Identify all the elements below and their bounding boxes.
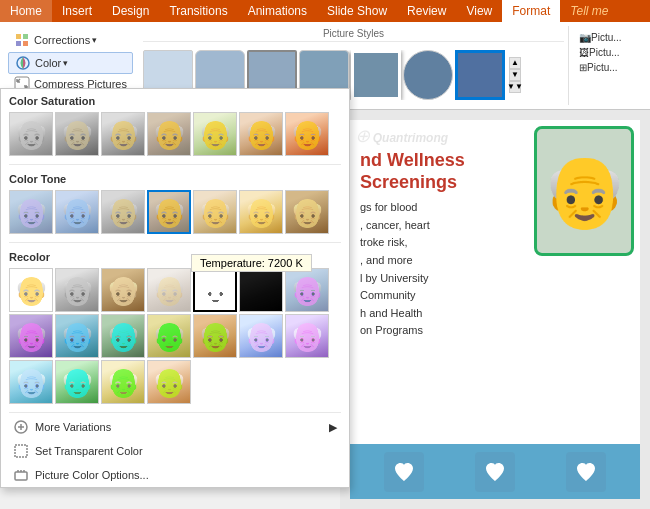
nav-insert[interactable]: Insert (52, 0, 102, 22)
recolor-grayscale[interactable]: 👴 (55, 268, 99, 312)
recolor-black[interactable] (239, 268, 283, 312)
ribbon-group-picture-right: 📷 Pictu... 🖼 Pictu... ⊞ Pictu... (568, 26, 648, 105)
transparent-color-item[interactable]: Set Transparent Color (1, 439, 349, 463)
svg-rect-2 (16, 41, 21, 46)
recolor-orange[interactable]: 👴 (193, 314, 237, 358)
sat-thumb-1[interactable]: 👴 (9, 112, 53, 156)
sat-thumb-4[interactable]: 👴 (147, 112, 191, 156)
sat-thumb-5[interactable]: 👴 (193, 112, 237, 156)
picture-layout-button[interactable]: ⊞ Pictu... (573, 60, 644, 75)
recolor-divider (9, 412, 341, 413)
svg-rect-1 (23, 34, 28, 39)
recolor-blue-light[interactable]: 👴 (239, 314, 283, 358)
sat-thumb-6[interactable]: 👴 (239, 112, 283, 156)
svg-rect-10 (15, 472, 27, 480)
slide-text-6: Community (360, 287, 520, 305)
recolor-teal[interactable]: 👴 (55, 314, 99, 358)
svg-rect-0 (16, 34, 21, 39)
tone-grid: 👴 👴 👴 👴 👴 👴 👴 (1, 188, 349, 240)
picture-border-icon: 📷 (579, 32, 591, 43)
recolor-black-white[interactable]: 👴 (193, 268, 237, 312)
picture-effects-button[interactable]: 🖼 Pictu... (573, 45, 644, 60)
nav-review[interactable]: Review (397, 0, 456, 22)
recolor-blue-dark[interactable]: 👴 (285, 268, 329, 312)
style-thumb-7[interactable] (455, 50, 505, 100)
saturation-divider (9, 164, 341, 165)
tone-thumb-7[interactable]: 👴 (285, 190, 329, 234)
tone-thumb-2[interactable]: 👴 (55, 190, 99, 234)
nav-view[interactable]: View (456, 0, 502, 22)
color-dropdown-arrow[interactable]: ▾ (63, 58, 68, 68)
tone-divider (9, 242, 341, 243)
recolor-washout[interactable]: 👴 (147, 268, 191, 312)
sat-thumb-2[interactable]: 👴 (55, 112, 99, 156)
tone-thumb-4[interactable]: 👴 (147, 190, 191, 234)
recolor-none[interactable]: 👴 (9, 268, 53, 312)
tone-thumb-5[interactable]: 👴 (193, 190, 237, 234)
corrections-dropdown-arrow[interactable]: ▾ (92, 35, 97, 45)
slide-text-7: h and Health (360, 305, 520, 323)
svg-rect-9 (15, 445, 27, 457)
picture-layout-icon: ⊞ (579, 62, 587, 73)
tone-thumb-6[interactable]: 👴 (239, 190, 283, 234)
color-dropdown-panel: Color Saturation 👴 👴 👴 👴 👴 👴 👴 Color Ton… (0, 88, 350, 488)
recolor-sepia[interactable]: 👴 (101, 268, 145, 312)
slide-text-1: gs for blood (360, 199, 520, 217)
tone-title: Color Tone (1, 167, 349, 188)
recolor-green[interactable]: 👴 (101, 314, 145, 358)
slide-title: nd Wellness Screenings (360, 150, 520, 193)
more-variations-arrow: ▶ (329, 421, 337, 434)
nav-slideshow[interactable]: Slide Show (317, 0, 397, 22)
sat-thumb-3[interactable]: 👴 (101, 112, 145, 156)
recolor-yellow[interactable]: 👴 (147, 314, 191, 358)
recolor-green-light[interactable]: 👴 (55, 360, 99, 404)
styles-scroll-controls: ▲ ▼ ▼▼ (507, 55, 523, 95)
slide-area: ⊕ Quantrimong nd Wellness Screenings gs … (340, 110, 650, 509)
watermark-text: Quantrimong (373, 131, 448, 145)
style-thumb-5[interactable] (351, 50, 401, 100)
corrections-button[interactable]: Corrections ▾ (8, 30, 133, 50)
top-nav-bar: Home Insert Design Transitions Animation… (0, 0, 650, 22)
nav-format[interactable]: Format (502, 0, 560, 22)
slide-content: ⊕ Quantrimong nd Wellness Screenings gs … (350, 120, 640, 499)
watermark-icon: ⊕ (355, 126, 370, 146)
tone-thumb-3[interactable]: 👴 (101, 190, 145, 234)
style-thumb-6[interactable] (403, 50, 453, 100)
slide-text-3: troke risk, (360, 234, 520, 252)
slide-text-8: on Programs (360, 322, 520, 340)
picture-border-button[interactable]: 📷 Pictu... (573, 30, 644, 45)
slide-text-2: , cancer, heart (360, 217, 520, 235)
picture-styles-label: Picture Styles (143, 28, 564, 42)
nav-design[interactable]: Design (102, 0, 159, 22)
heart-icon-2 (475, 452, 515, 492)
heart-icon-3 (566, 452, 606, 492)
tone-thumb-1[interactable]: 👴 (9, 190, 53, 234)
svg-rect-3 (23, 41, 28, 46)
recolor-purple-light[interactable]: 👴 (285, 314, 329, 358)
recolor-purple[interactable]: 👴 (9, 314, 53, 358)
nav-home[interactable]: Home (0, 0, 52, 22)
nav-animations[interactable]: Animations (238, 0, 317, 22)
slide-body: gs for blood , cancer, heart troke risk,… (360, 199, 520, 340)
slide-text-4: , and more (360, 252, 520, 270)
recolor-grid: 👴 👴 👴 👴 👴 👴 👴 👴 👴 👴 (1, 266, 349, 410)
sat-thumb-7[interactable]: 👴 (285, 112, 329, 156)
color-options-item[interactable]: Picture Color Options... (1, 463, 349, 487)
recolor-orange-light[interactable]: 👴 (147, 360, 191, 404)
style-scroll-more[interactable]: ▼▼ (509, 81, 521, 93)
color-options-icon (13, 467, 29, 483)
more-variations-item[interactable]: More Variations ▶ (1, 415, 349, 439)
person-silhouette: 👴 (541, 156, 628, 226)
recolor-yellow-light[interactable]: 👴 (101, 360, 145, 404)
style-scroll-up[interactable]: ▲ (509, 57, 521, 69)
heart-icon-1 (384, 452, 424, 492)
slide-bottom-bar (350, 444, 640, 499)
color-button[interactable]: Color ▾ (8, 52, 133, 74)
corrections-icon (14, 32, 30, 48)
style-scroll-down[interactable]: ▼ (509, 69, 521, 81)
nav-tellme[interactable]: Tell me (560, 0, 618, 22)
recolor-teal-light[interactable]: 👴 (9, 360, 53, 404)
nav-transitions[interactable]: Transitions (159, 0, 237, 22)
slide-person-image[interactable]: 👴 (534, 126, 634, 256)
saturation-grid: 👴 👴 👴 👴 👴 👴 👴 (1, 110, 349, 162)
